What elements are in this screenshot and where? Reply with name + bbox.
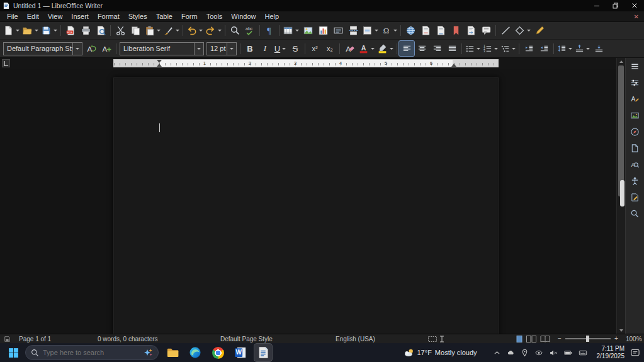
insert-text-box-button[interactable]: [330, 23, 346, 38]
new-style-button[interactable]: A: [99, 41, 114, 56]
unordered-list-button[interactable]: [464, 41, 482, 56]
sidebar-tab-properties[interactable]: [628, 77, 642, 89]
print-button[interactable]: [78, 23, 93, 38]
unordered-list-dropdown-arrow[interactable]: [477, 48, 480, 50]
restore-button[interactable]: [606, 0, 625, 11]
sidebar-toggle-grip[interactable]: [620, 180, 624, 206]
line-spacing-dropdown-arrow[interactable]: [568, 48, 572, 50]
paragraph-spacing-increase-button[interactable]: [573, 41, 591, 56]
right-indent-marker[interactable]: [451, 64, 456, 67]
font-name-dropdown[interactable]: [194, 43, 203, 55]
insert-footnote-button[interactable]: [418, 23, 433, 38]
first-line-indent-marker[interactable]: [157, 60, 162, 63]
insert-field-button[interactable]: [361, 23, 380, 38]
open-button[interactable]: [21, 23, 40, 38]
document-canvas[interactable]: [0, 69, 616, 334]
taskbar-app-word[interactable]: W: [232, 344, 249, 361]
align-left-button[interactable]: [399, 41, 414, 56]
insert-bookmark-button[interactable]: [448, 23, 463, 38]
clone-formatting-button[interactable]: [162, 23, 181, 38]
battery-icon[interactable]: [563, 349, 573, 357]
selection-mode-icon[interactable]: [428, 336, 437, 342]
tab-stop-selector[interactable]: [2, 59, 10, 67]
insert-comment-button[interactable]: [478, 23, 494, 38]
sidebar-tab-find[interactable]: [628, 208, 642, 220]
zoom-out-button[interactable]: −: [558, 334, 562, 342]
eye-icon[interactable]: [534, 349, 543, 357]
insert-table-button[interactable]: [281, 23, 300, 38]
menu-window[interactable]: Window: [227, 12, 260, 21]
start-button[interactable]: [5, 344, 21, 361]
outline-list-button[interactable]: [499, 41, 517, 56]
insert-mode-cursor-icon[interactable]: [439, 336, 444, 342]
taskbar-clock[interactable]: 7:11 PM 2/19/2025: [597, 345, 625, 360]
highlighting-color-button[interactable]: [376, 41, 395, 56]
redo-button[interactable]: [204, 23, 223, 38]
increase-indent-button[interactable]: [521, 41, 536, 56]
left-indent-marker[interactable]: [157, 64, 162, 67]
notification-center-icon[interactable]: [630, 348, 640, 358]
zoom-level[interactable]: 100%: [626, 335, 642, 343]
zoom-slider-thumb[interactable]: [586, 336, 589, 342]
taskbar-weather-widget[interactable]: 17°F Mostly cloudy: [404, 348, 477, 358]
insert-cross-reference-button[interactable]: [463, 23, 478, 38]
shapes-dropdown-arrow[interactable]: [527, 30, 531, 31]
minimize-button[interactable]: [587, 0, 606, 11]
insert-special-character-button[interactable]: Ω: [380, 23, 398, 38]
multi-page-view-button[interactable]: [526, 336, 536, 342]
save-dropdown-arrow[interactable]: [54, 30, 57, 31]
redo-dropdown-arrow[interactable]: [218, 30, 222, 31]
scroll-up-button[interactable]: [617, 58, 625, 65]
strikethrough-button[interactable]: S: [288, 41, 303, 56]
close-document-button[interactable]: ✕: [631, 13, 641, 20]
word-count[interactable]: 0 words, 0 characters: [98, 335, 158, 343]
paste-dropdown-arrow[interactable]: [157, 30, 161, 31]
paragraph-spacing-dropdown-arrow[interactable]: [586, 48, 590, 50]
menu-help[interactable]: Help: [260, 12, 283, 21]
horizontal-ruler[interactable]: 1 2 3 4 5 6: [113, 59, 499, 67]
zoom-in-button[interactable]: +: [614, 334, 618, 342]
font-color-dropdown-arrow[interactable]: [371, 48, 375, 50]
sidebar-tab-gallery[interactable]: [628, 110, 642, 122]
sidebar-settings-button[interactable]: [628, 60, 642, 72]
font-size-combobox[interactable]: 12 pt: [206, 42, 237, 55]
spelling-button[interactable]: abc: [242, 23, 257, 38]
insert-page-break-button[interactable]: [346, 23, 361, 38]
menu-styles[interactable]: Styles: [124, 12, 152, 21]
sidebar-tab-manage-changes[interactable]: [628, 191, 642, 203]
font-color-button[interactable]: A: [357, 41, 376, 56]
menu-insert[interactable]: Insert: [67, 12, 93, 21]
bold-button[interactable]: B: [242, 41, 257, 56]
taskbar-app-libreoffice-writer[interactable]: [254, 344, 272, 361]
sidebar-tab-style-inspector[interactable]: A: [628, 159, 642, 171]
undo-button[interactable]: [185, 23, 204, 38]
superscript-button[interactable]: x²: [307, 41, 322, 56]
onedrive-cloud-icon[interactable]: [507, 349, 515, 357]
sidebar-tab-navigator[interactable]: [628, 126, 642, 138]
copilot-sparkle-icon[interactable]: [143, 348, 153, 358]
document-page[interactable]: [113, 77, 499, 334]
ordered-list-dropdown-arrow[interactable]: [494, 48, 498, 50]
basic-shapes-button[interactable]: [513, 23, 532, 38]
touch-keyboard-icon[interactable]: [579, 349, 587, 357]
update-style-button[interactable]: A: [84, 41, 99, 56]
highlighting-dropdown-arrow[interactable]: [390, 48, 393, 50]
paragraph-style-dropdown[interactable]: [72, 43, 82, 55]
taskbar-app-chrome[interactable]: [209, 344, 227, 361]
outline-list-dropdown-arrow[interactable]: [512, 48, 516, 50]
close-button[interactable]: [625, 0, 644, 11]
paste-button[interactable]: [143, 23, 162, 38]
align-right-button[interactable]: [429, 41, 444, 56]
taskbar-app-file-explorer[interactable]: [164, 344, 181, 361]
cut-button[interactable]: [113, 23, 128, 38]
scrollbar-thumb[interactable]: [618, 65, 624, 196]
sidebar-tab-styles[interactable]: A: [628, 93, 642, 105]
insert-chart-button[interactable]: [315, 23, 330, 38]
menu-file[interactable]: File: [3, 12, 23, 21]
page-style[interactable]: Default Page Style: [220, 335, 273, 343]
undo-dropdown-arrow[interactable]: [199, 30, 203, 31]
zoom-slider[interactable]: [565, 338, 611, 339]
volume-muted-icon[interactable]: [549, 349, 558, 357]
paragraph-spacing-decrease-button[interactable]: [591, 41, 606, 56]
open-dropdown-arrow[interactable]: [35, 30, 38, 31]
